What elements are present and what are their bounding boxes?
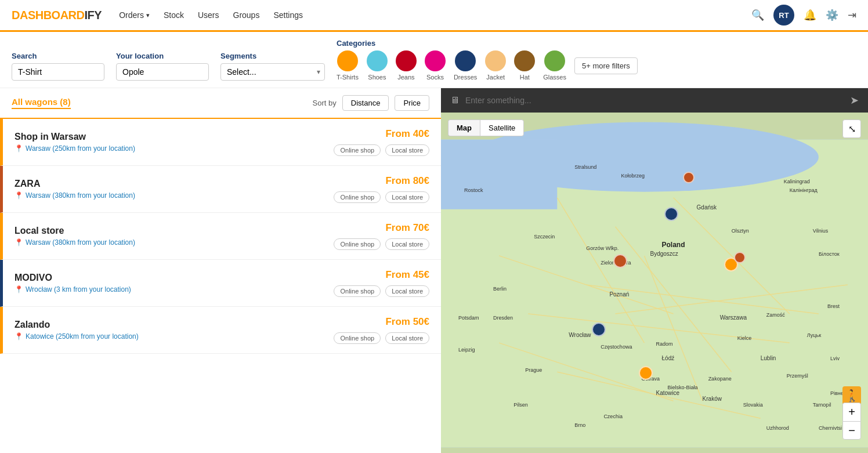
glasses-label: Glasses — [543, 74, 566, 81]
online-shop-tag[interactable]: Online shop — [334, 191, 381, 203]
nav-settings[interactable]: Settings — [273, 10, 303, 20]
notification-icon[interactable]: 🔔 — [804, 9, 816, 21]
shop-price: From 70€ — [385, 222, 429, 234]
zoom-in-button[interactable]: + — [842, 403, 861, 421]
map-search-input[interactable] — [465, 96, 844, 105]
more-filters-button[interactable]: 5+ more filters — [574, 57, 638, 74]
svg-text:Kraków: Kraków — [703, 396, 722, 402]
satellite-tab[interactable]: Satellite — [480, 119, 524, 136]
online-shop-tag[interactable]: Online shop — [334, 332, 381, 344]
search-filter-group: Search — [12, 52, 104, 81]
svg-text:Bielsko-Biała: Bielsko-Biała — [668, 385, 698, 390]
segments-select[interactable]: Select... — [220, 63, 325, 81]
map-pin-warsaw-2[interactable] — [734, 252, 746, 263]
map-pin-gdansk[interactable] — [683, 172, 695, 183]
category-jeans[interactable]: Jeans — [396, 50, 417, 81]
dresses-label: Dresses — [454, 74, 477, 81]
shop-item[interactable]: ZARA 📍 Warsaw (380km from your location)… — [0, 166, 441, 213]
main-nav: Orders Stock Users Groups Settings — [119, 10, 751, 20]
online-shop-tag[interactable]: Online shop — [334, 144, 381, 156]
map-pin-poznan[interactable] — [613, 254, 627, 268]
sort-distance-button[interactable]: Distance — [342, 95, 389, 111]
svg-text:Chernivtsi: Chernivtsi — [819, 425, 842, 431]
segments-filter-group: Segments Select... ▾ — [220, 52, 325, 81]
svg-text:Rostock: Rostock — [464, 187, 483, 193]
online-shop-tag[interactable]: Online shop — [334, 285, 381, 297]
shop-location: 📍 Wrocław (3 km from your location) — [15, 285, 131, 293]
svg-text:Częstochowa: Częstochowa — [601, 344, 632, 350]
shoes-circle — [367, 50, 388, 71]
shop-left: Shop in Warsaw 📍 Warsaw (250km from your… — [15, 132, 135, 153]
results-title: All wagons (8) — [12, 97, 71, 109]
category-socks[interactable]: Socks — [425, 50, 446, 81]
shoes-label: Shoes — [368, 74, 386, 81]
map-search-bar: 🖥 ➤ — [441, 88, 868, 113]
map-pin-wroclaw[interactable] — [592, 322, 606, 336]
nav-stock[interactable]: Stock — [164, 10, 184, 20]
svg-text:Kielce: Kielce — [737, 335, 752, 341]
segments-select-wrap: Select... ▾ — [220, 63, 325, 81]
svg-text:Vilnius: Vilnius — [813, 228, 829, 234]
category-shoes[interactable]: Shoes — [367, 50, 388, 81]
sort-price-button[interactable]: Price — [395, 95, 429, 111]
local-store-tag[interactable]: Local store — [385, 191, 429, 203]
local-store-tag[interactable]: Local store — [385, 144, 429, 156]
shop-item[interactable]: Zalando 📍 Katowice (250km from your loca… — [0, 307, 441, 354]
map-expand-button[interactable]: ⤡ — [842, 119, 861, 138]
map-search-icon: 🖥 — [450, 95, 460, 106]
local-store-tag[interactable]: Local store — [385, 238, 429, 250]
search-input[interactable] — [12, 63, 104, 81]
category-glasses[interactable]: Glasses — [543, 50, 566, 81]
shop-item[interactable]: MODIVO 📍 Wrocław (3 km from your locatio… — [0, 260, 441, 307]
category-jacket[interactable]: Jacket — [485, 50, 506, 81]
location-filter-group: Your location — [116, 52, 209, 81]
shop-right: From 70€ Online shop Local store — [334, 222, 429, 250]
category-tshirts[interactable]: T-Shirts — [337, 50, 359, 81]
shop-price: From 40€ — [385, 128, 429, 140]
map-container[interactable]: Poland Gdańsk Bydgoszcz Poznań Wrocław W… — [441, 113, 868, 453]
local-store-tag[interactable]: Local store — [385, 285, 429, 297]
svg-text:Łódź: Łódź — [662, 355, 675, 361]
shop-location: 📍 Warsaw (250km from your location) — [15, 144, 135, 153]
hat-circle — [514, 50, 535, 71]
shop-item[interactable]: Shop in Warsaw 📍 Warsaw (250km from your… — [0, 119, 441, 166]
category-hat[interactable]: Hat — [514, 50, 535, 81]
nav-orders[interactable]: Orders — [119, 10, 150, 20]
results-header: All wagons (8) Sort by Distance Price — [0, 88, 441, 119]
shop-left: Local store 📍 Warsaw (380km from your lo… — [15, 226, 135, 247]
socks-label: Socks — [426, 74, 444, 81]
svg-text:Brest: Brest — [827, 303, 840, 309]
svg-text:Zamość: Zamość — [766, 312, 786, 318]
shop-price: From 50€ — [385, 316, 429, 328]
map-pin-katowice[interactable] — [639, 366, 653, 380]
logout-icon[interactable]: ⇥ — [848, 9, 856, 21]
svg-text:Poland: Poland — [662, 241, 685, 249]
map-svg: Poland Gdańsk Bydgoszcz Poznań Wrocław W… — [441, 113, 868, 453]
category-dresses[interactable]: Dresses — [454, 50, 477, 81]
shop-right: From 80€ Online shop Local store — [334, 175, 429, 203]
shop-location: 📍 Warsaw (380km from your location) — [15, 191, 135, 200]
svg-text:Berlin: Berlin — [493, 286, 507, 292]
avatar[interactable]: RT — [773, 5, 794, 26]
location-input[interactable] — [116, 63, 209, 81]
svg-text:Potsdam: Potsdam — [458, 315, 479, 321]
nav-groups[interactable]: Groups — [233, 10, 260, 20]
online-shop-tag[interactable]: Online shop — [334, 238, 381, 250]
gear-icon[interactable]: ⚙️ — [826, 9, 838, 21]
search-icon[interactable]: 🔍 — [751, 9, 764, 21]
shop-name: Local store — [15, 226, 135, 236]
logo[interactable]: DASHBOARDIFY — [12, 9, 102, 22]
shop-name: MODIVO — [15, 273, 131, 283]
map-tab[interactable]: Map — [448, 119, 480, 136]
shop-item[interactable]: Local store 📍 Warsaw (380km from your lo… — [0, 213, 441, 260]
map-send-button[interactable]: ➤ — [850, 94, 859, 107]
svg-text:Leipzig: Leipzig — [458, 347, 475, 353]
svg-text:Przemyśl: Przemyśl — [787, 373, 808, 379]
map-pin-bydgoszcz[interactable] — [664, 207, 678, 221]
shop-left: MODIVO 📍 Wrocław (3 km from your locatio… — [15, 273, 131, 293]
svg-text:Stralsund: Stralsund — [574, 164, 596, 170]
shop-tags: Online shop Local store — [334, 144, 429, 156]
nav-users[interactable]: Users — [198, 10, 219, 20]
local-store-tag[interactable]: Local store — [385, 332, 429, 344]
zoom-out-button[interactable]: − — [842, 421, 861, 440]
